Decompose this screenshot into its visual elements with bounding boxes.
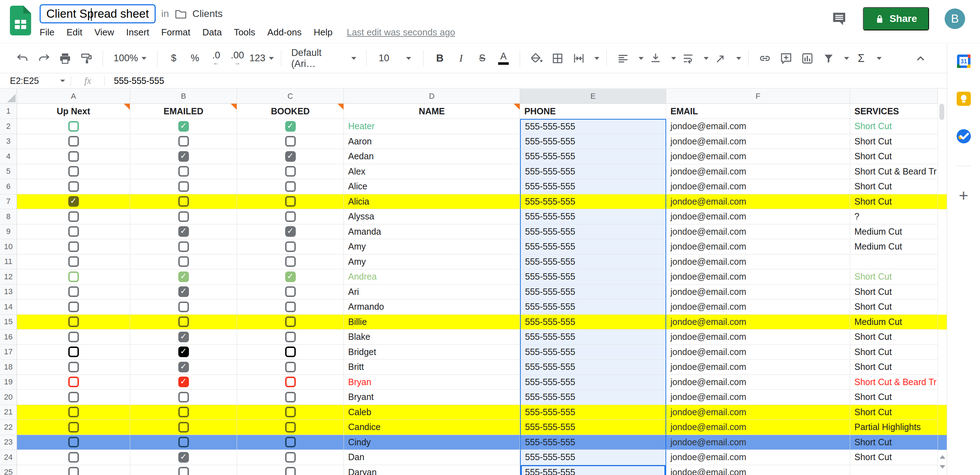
cell-F24[interactable]: jondoe@email.com — [666, 450, 850, 465]
cell-B8[interactable] — [130, 209, 237, 225]
cell-F16[interactable]: jondoe@email.com — [666, 330, 850, 345]
cell-F11[interactable]: jondoe@email.com — [666, 255, 850, 270]
strikethrough-button[interactable]: S — [473, 48, 492, 68]
cell-F7[interactable]: jondoe@email.com — [666, 194, 850, 210]
column-header-B[interactable]: B — [130, 89, 237, 104]
cell-F10[interactable]: jondoe@email.com — [666, 239, 850, 255]
chevron-down-icon[interactable] — [671, 57, 676, 60]
cell-B21[interactable] — [130, 405, 237, 420]
cell-D17[interactable]: Bridget — [344, 345, 520, 360]
checkbox-unchecked-icon[interactable] — [285, 316, 296, 327]
checkbox-unchecked-icon[interactable] — [68, 226, 79, 237]
cell-D7[interactable]: Alicia — [344, 194, 520, 210]
checkbox-unchecked-icon[interactable] — [68, 166, 79, 177]
cell-D25[interactable]: Daryan — [344, 465, 520, 475]
column-header-A[interactable]: A — [17, 89, 130, 104]
cell-B17[interactable] — [130, 345, 237, 360]
checkbox-unchecked-icon[interactable] — [68, 422, 79, 432]
cell-C14[interactable] — [237, 300, 344, 315]
cell-B19[interactable] — [130, 375, 237, 390]
checkbox-unchecked-icon[interactable] — [68, 136, 79, 147]
cell-G20[interactable]: Short Cut — [850, 390, 938, 405]
cell-G6[interactable]: Short Cut — [850, 179, 938, 194]
cell-D20[interactable]: Bryant — [344, 390, 520, 405]
cell-G10[interactable]: Medium Cut — [850, 239, 938, 255]
comment-history-icon[interactable] — [831, 11, 847, 27]
cell-F23[interactable]: jondoe@email.com — [666, 435, 850, 450]
cell-C2[interactable] — [237, 119, 344, 134]
checkbox-unchecked-icon[interactable] — [178, 211, 189, 222]
italic-button[interactable]: I — [452, 48, 470, 68]
cell-F17[interactable]: jondoe@email.com — [666, 345, 850, 360]
checkbox-unchecked-icon[interactable] — [178, 196, 189, 207]
cell-A9[interactable] — [17, 225, 130, 240]
cell-E13[interactable]: 555-555-555 — [520, 285, 666, 300]
google-calendar-icon[interactable]: 31 — [956, 53, 972, 69]
cell-F9[interactable]: jondoe@email.com — [666, 225, 850, 240]
cell-C7[interactable] — [237, 194, 344, 210]
cell-B22[interactable] — [130, 420, 237, 435]
cell-G17[interactable]: Short Cut — [850, 345, 938, 360]
cell-G8[interactable]: ? — [850, 209, 938, 225]
cell-D3[interactable]: Aaron — [344, 134, 520, 149]
row-header-10[interactable]: 10 — [0, 239, 17, 255]
formula-input[interactable]: 555-555-555 — [105, 76, 164, 86]
checkbox-unchecked-icon[interactable] — [285, 136, 296, 147]
checkbox-checked-icon[interactable] — [285, 121, 296, 132]
checkbox-unchecked-icon[interactable] — [178, 422, 189, 432]
row-header-1[interactable]: 1 — [0, 104, 17, 119]
checkbox-checked-icon[interactable] — [178, 226, 189, 237]
cell-G15[interactable]: Medium Cut — [850, 315, 938, 330]
font-select[interactable]: Default (Ari… — [288, 48, 359, 68]
cell-F15[interactable]: jondoe@email.com — [666, 315, 850, 330]
cell-D19[interactable]: Bryan — [344, 375, 520, 390]
row-header-19[interactable]: 19 — [0, 375, 17, 390]
chevron-down-icon[interactable] — [736, 57, 741, 60]
row-header-18[interactable]: 18 — [0, 360, 17, 375]
vertical-scrollbar[interactable] — [938, 104, 946, 475]
cell-G7[interactable]: Short Cut — [850, 194, 938, 210]
cell-B9[interactable] — [130, 225, 237, 240]
checkbox-unchecked-icon[interactable] — [285, 301, 296, 312]
cell-G14[interactable]: Short Cut — [850, 300, 938, 315]
cell-A21[interactable] — [17, 405, 130, 420]
filter-button[interactable] — [819, 48, 838, 68]
header-cell-emailed[interactable]: EMAILED — [130, 104, 237, 119]
cell-F3[interactable]: jondoe@email.com — [666, 134, 850, 149]
cell-F4[interactable]: jondoe@email.com — [666, 149, 850, 164]
get-add-ons-icon[interactable]: + — [959, 188, 968, 203]
cell-C5[interactable] — [237, 164, 344, 179]
header-cell-name[interactable]: NAME — [344, 104, 520, 119]
checkbox-unchecked-icon[interactable] — [68, 437, 79, 447]
cell-A16[interactable] — [17, 330, 130, 345]
folder-icon[interactable] — [175, 9, 187, 19]
cell-G9[interactable]: Medium Cut — [850, 225, 938, 240]
cell-D15[interactable]: Billie — [344, 315, 520, 330]
cell-C15[interactable] — [237, 315, 344, 330]
cell-E19[interactable]: 555-555-555 — [520, 375, 666, 390]
row-header-22[interactable]: 22 — [0, 420, 17, 435]
cell-G13[interactable]: Short Cut — [850, 285, 938, 300]
doc-title-input[interactable]: Client Spread sheet — [40, 4, 156, 23]
column-header-D[interactable]: D — [344, 89, 520, 104]
cell-A5[interactable] — [17, 164, 130, 179]
checkbox-unchecked-icon[interactable] — [68, 362, 79, 372]
cell-F21[interactable]: jondoe@email.com — [666, 405, 850, 420]
decrease-decimal-button[interactable]: .0← — [207, 48, 225, 68]
checkbox-unchecked-icon[interactable] — [68, 316, 79, 327]
row-header-25[interactable]: 25 — [0, 465, 17, 475]
cell-D13[interactable]: Ari — [344, 285, 520, 300]
cell-A22[interactable] — [17, 420, 130, 435]
checkbox-unchecked-icon[interactable] — [68, 346, 79, 357]
cell-D12[interactable]: Andrea — [344, 269, 520, 285]
checkbox-unchecked-icon[interactable] — [285, 241, 296, 252]
chevron-down-icon[interactable] — [704, 57, 709, 60]
row-header-20[interactable]: 20 — [0, 390, 17, 405]
cell-C3[interactable] — [237, 134, 344, 149]
row-header-16[interactable]: 16 — [0, 330, 17, 345]
cell-E23[interactable]: 555-555-555 — [520, 435, 666, 450]
borders-button[interactable] — [548, 48, 567, 68]
bold-button[interactable]: B — [431, 48, 449, 68]
cell-A18[interactable] — [17, 360, 130, 375]
row-header-23[interactable]: 23 — [0, 435, 17, 450]
